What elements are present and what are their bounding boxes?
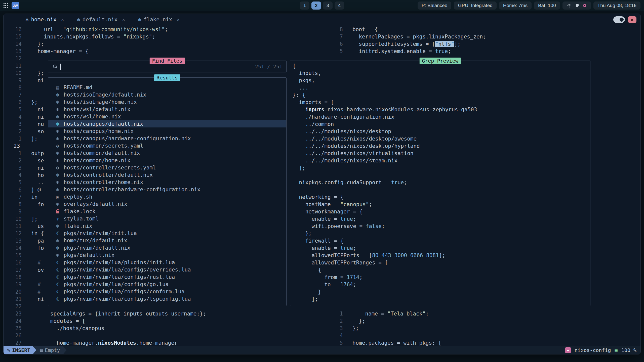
code-text: ../common (290, 121, 334, 128)
result-item[interactable]: ❄home/tux/default.nix (48, 237, 286, 244)
tab-close-icon[interactable]: × (177, 17, 180, 23)
result-label: hosts/controller/default.nix (64, 172, 153, 178)
text-cursor (60, 64, 61, 70)
result-item[interactable]: ❄pkgs/default.nix (48, 251, 286, 259)
result-item[interactable]: ☾pkgs/nvim/nvim/lua/configs/lspconfig.lu… (48, 295, 286, 302)
code-line: ../../modules/nixos/desktop/hyprland (290, 143, 590, 150)
toggle-knob (620, 18, 624, 22)
code-line: from = 1714; (290, 274, 590, 281)
result-item[interactable]: ▣deploy.sh (48, 193, 286, 200)
status-pill-1[interactable]: GPU: Integrated (454, 2, 496, 10)
code-text: }: { (290, 92, 305, 99)
result-item[interactable]: ✳stylua.toml (48, 215, 286, 222)
code-line: allowedTCPPorts = [80 443 3000 6666 8081… (290, 252, 590, 259)
result-item[interactable]: ☾pkgs/nvim/nvim/lua/configs/overrides.lu… (48, 266, 286, 273)
line-number: 22 (4, 303, 26, 310)
tab-bar: ❄home.nix×❄default.nix×❄flake.nix× × (4, 14, 640, 25)
code-line: ../../modules/nixos/desktop/awesome (290, 135, 590, 143)
workspace-button-2[interactable]: 2 (311, 2, 321, 10)
result-item[interactable]: ❄hosts/isoImage/default.nix (48, 91, 286, 98)
line-number: 1 (325, 310, 347, 318)
result-item[interactable]: ⚙hosts/controller/secrets.yaml (48, 164, 286, 171)
app-grid-icon[interactable] (4, 3, 8, 8)
record-icon[interactable] (582, 3, 587, 8)
code-text: name = "Tela-black"; (347, 310, 429, 318)
result-item[interactable]: ☾pkgs/nvim/nvim/lua/plugins/init.lua (48, 259, 286, 266)
code-text: home-manager = { (26, 48, 89, 55)
find-files-prompt[interactable]: Find Files 251 / 251 (48, 61, 287, 72)
launcher-logo[interactable]: JW (12, 2, 19, 9)
result-item[interactable]: ⚙hosts/common/secrets.yaml (48, 142, 286, 149)
workspace-button-4[interactable]: 4 (335, 2, 344, 10)
code-line: nixpkgs.config.cudaSupport = true; (290, 179, 590, 186)
result-label: pkgs/nvim/nvim/lua/configs/lspconfig.lua (64, 296, 191, 302)
code-text (26, 55, 31, 62)
code-line: ]; (290, 164, 590, 172)
tab-default.nix[interactable]: ❄default.nix× (77, 17, 125, 23)
status-pill-0[interactable]: P: Balanced (418, 2, 451, 10)
code-text: modules = [ (26, 318, 85, 325)
wifi-icon[interactable] (567, 3, 572, 8)
result-item[interactable]: ❄pkgs/nvim/default.nix (48, 244, 286, 251)
result-item[interactable]: ❄hosts/isoImage/home.nix (48, 98, 286, 106)
result-item[interactable]: ❄hosts/wsl/home.nix (48, 113, 286, 120)
tabs: ❄home.nix×❄default.nix×❄flake.nix× (26, 17, 180, 23)
shield-icon[interactable] (575, 3, 579, 8)
result-item[interactable]: ❄hosts/controller/default.nix (48, 171, 286, 178)
code-text: pkgs, (290, 77, 315, 84)
result-item[interactable]: ☾pkgs/nvim/nvim/lua/configs/conform.lua (48, 288, 286, 295)
tab-close-icon[interactable]: × (122, 17, 125, 23)
line-number: 7 (4, 92, 26, 99)
code-line: 25 ./hosts/canopus (4, 325, 325, 332)
workspace-button-1[interactable]: 1 (300, 2, 309, 10)
code-text: { (290, 62, 296, 70)
code-text: }; (26, 40, 44, 48)
status-pill-3[interactable]: Bat: 100 (534, 2, 560, 10)
buffer-icon: ▦ (40, 347, 43, 353)
result-label: deploy.sh (64, 194, 92, 200)
tab-close-icon[interactable]: × (61, 17, 64, 23)
result-item[interactable]: ❄hosts/controller/hardware-configuration… (48, 186, 286, 193)
code-text: }; (26, 70, 44, 77)
tab-home.nix[interactable]: ❄home.nix× (26, 17, 64, 23)
result-item[interactable]: ❄hosts/canopus/home.nix (48, 127, 286, 135)
nix-file-icon: ❄ (55, 99, 61, 105)
result-item[interactable]: ❄overlays/default.nix (48, 200, 286, 208)
line-number: 4 (4, 113, 26, 121)
tray-pill[interactable] (562, 2, 591, 10)
tab-flake.nix[interactable]: ❄flake.nix× (138, 17, 180, 23)
code-text: ]; (290, 164, 305, 172)
zen-toggle[interactable] (613, 16, 625, 23)
code-line: ../../modules/nixos/desktop (290, 128, 590, 135)
line-number: 11 (4, 62, 26, 70)
result-label: hosts/controller/hardware-configuration.… (64, 187, 200, 193)
clock[interactable]: Thu Aug 08, 18:16 (593, 2, 640, 10)
window-close-button[interactable]: × (628, 16, 636, 23)
code-text: se (26, 157, 44, 164)
code-text: ... (290, 84, 308, 92)
statusline: ✎ INSERT ▦ Empty ◆ nixos-config ≡ 100 % (4, 346, 641, 354)
result-item[interactable]: ❄hosts/common/default.nix (48, 149, 286, 157)
nix-file-icon: ❄ (55, 158, 61, 163)
result-item[interactable]: ❄hosts/common/home.nix (48, 157, 286, 164)
result-item[interactable]: ❄hosts/controller/home.nix (48, 178, 286, 186)
code-text: home-manager.nixosModules.home-manager (26, 339, 178, 347)
result-item[interactable]: ☾pkgs/nvim/nvim/init.lua (48, 230, 286, 237)
line-number: 21 (4, 296, 26, 303)
result-item[interactable]: ☾pkgs/nvim/nvim/lua/configs/rust.lua (48, 273, 286, 281)
workspace-button-3[interactable]: 3 (323, 2, 333, 10)
code-text (26, 332, 31, 339)
result-item[interactable]: ☾pkgs/nvim/nvim/lua/configs/go.lua (48, 281, 286, 288)
status-pill-2[interactable]: Home: 7ms (499, 2, 532, 10)
result-item[interactable]: ❄flake.nix (48, 222, 286, 230)
line-number: 1 (4, 135, 26, 143)
result-item[interactable]: ❄hosts/canopus/default.nix (48, 120, 286, 127)
nix-file-icon: ❄ (26, 17, 28, 22)
result-item[interactable]: ❄hosts/canopus/hardware-configuration.ni… (48, 135, 286, 142)
code-text: in (26, 194, 37, 201)
line-number: 15 (4, 33, 26, 40)
result-item[interactable]: ▤README.md (48, 84, 286, 91)
line-number: 7 (4, 194, 26, 201)
result-item[interactable]: flake.lock (48, 208, 286, 215)
result-item[interactable]: ❄hosts/wsl/default.nix (48, 106, 286, 113)
